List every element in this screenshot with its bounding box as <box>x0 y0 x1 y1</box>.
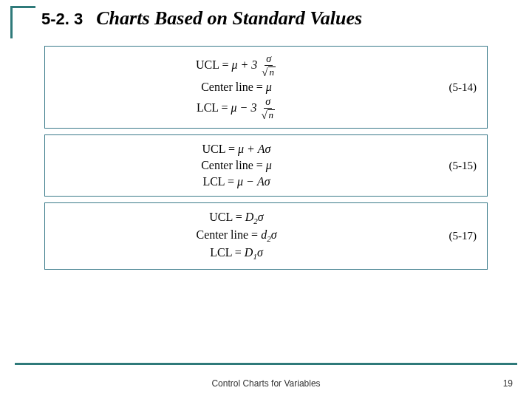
section-number: 5-2. 3 <box>41 10 83 29</box>
radical-icon: √ <box>261 110 267 121</box>
lcl-label: LCL <box>202 175 225 188</box>
center-line: Center line = μ <box>201 81 272 94</box>
center-label: Center line <box>196 228 248 241</box>
frac-bot: √ n <box>262 66 276 78</box>
lcl-label: LCL <box>197 101 219 114</box>
header: 5-2. 3 Charts Based on Standard Values <box>0 0 532 38</box>
footer: Control Charts for Variables 19 <box>0 378 532 389</box>
equation-box-5-17: UCL = D2σ Center line = d2σ LCL = D1σ (5… <box>44 202 488 270</box>
corner-ornament <box>10 6 35 38</box>
center-rhs: μ <box>266 159 272 171</box>
fraction-sigma-over-sqrt-n: σ √ n <box>262 54 276 78</box>
sqrt: √ n <box>262 66 276 78</box>
equations: UCL = μ + Aσ Center line = μ LCL = μ − A… <box>55 143 417 188</box>
lcl-rhs: D1σ <box>245 246 263 259</box>
equation-box-5-15: UCL = μ + Aσ Center line = μ LCL = μ − A… <box>44 134 488 197</box>
center-rhs: μ <box>266 81 272 93</box>
heading: 5-2. 3 Charts Based on Standard Values <box>41 6 362 30</box>
ucl-label: UCL <box>196 58 219 71</box>
ucl-line: UCL = μ + 3 σ √ n <box>196 54 277 78</box>
center-line: Center line = μ <box>201 159 272 172</box>
footer-text: Control Charts for Variables <box>49 378 483 389</box>
sqrt: √ n <box>261 109 275 120</box>
lcl-line: LCL = D1σ <box>210 246 263 261</box>
ucl-rhs: μ + Aσ <box>238 143 271 155</box>
ucl-label: UCL <box>202 143 225 155</box>
center-label: Center line <box>201 81 253 93</box>
center-line: Center line = d2σ <box>196 228 276 243</box>
ucl-line: UCL = D2σ <box>209 211 263 225</box>
lcl-line: LCL = μ − Aσ <box>202 175 270 188</box>
frac-top: σ <box>265 54 273 66</box>
center-label: Center line <box>201 159 253 171</box>
lcl-label: LCL <box>210 246 232 259</box>
equations: UCL = D2σ Center line = d2σ LCL = D1σ <box>55 211 417 262</box>
radical-icon: √ <box>262 67 267 78</box>
equation-ref: (5-14) <box>417 81 477 94</box>
section-title: Charts Based on Standard Values <box>96 7 362 30</box>
equations: UCL = μ + 3 σ √ n Center line = μ LC <box>55 54 417 120</box>
fraction-sigma-over-sqrt-n: σ √ n <box>261 97 275 120</box>
ucl-line: UCL = μ + Aσ <box>202 143 271 156</box>
sqrt-arg: n <box>268 66 276 78</box>
content: UCL = μ + 3 σ √ n Center line = μ LC <box>0 38 532 270</box>
center-rhs: d2σ <box>261 228 276 241</box>
frac-top: σ <box>264 97 272 109</box>
ucl-rhs: D2σ <box>245 211 264 223</box>
ucl-rhs-pre: μ + 3 <box>231 58 257 71</box>
equation-ref: (5-17) <box>417 230 477 242</box>
sqrt-arg: n <box>267 109 276 120</box>
frac-bot: √ n <box>261 109 275 120</box>
equation-ref: (5-15) <box>417 160 477 172</box>
page-number: 19 <box>483 378 513 389</box>
lcl-rhs-pre: μ − 3 <box>231 101 257 114</box>
footer-rule <box>15 363 517 365</box>
lcl-rhs: μ − Aσ <box>237 175 270 188</box>
ucl-label: UCL <box>209 211 232 223</box>
lcl-line: LCL = μ − 3 σ √ n <box>197 97 276 120</box>
equation-box-5-14: UCL = μ + 3 σ √ n Center line = μ LC <box>44 46 488 129</box>
